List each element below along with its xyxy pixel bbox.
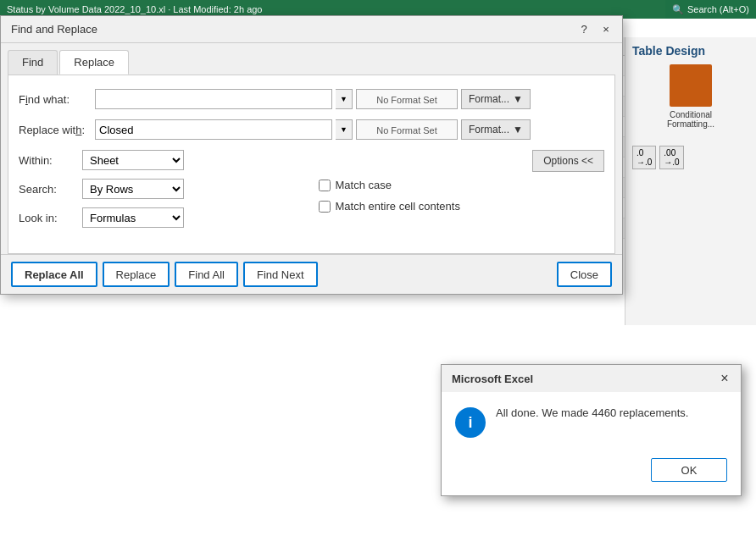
replace-with-label: Replace with: [19, 124, 95, 136]
within-label: Within: [19, 154, 82, 167]
search-select[interactable]: By Rows By Columns [82, 179, 184, 199]
match-case-row: Match case [319, 179, 605, 191]
find-what-label: Find what: [19, 93, 95, 106]
dialog-footer: Replace All Replace Find All Find Next C… [1, 254, 622, 294]
dialog-help-button[interactable]: ? [575, 20, 593, 39]
dialog-controls: ? × [575, 20, 615, 39]
replace-with-input[interactable] [95, 119, 332, 140]
replace-with-format-btn[interactable]: Format... ▼ [461, 119, 531, 140]
within-select[interactable]: Sheet Workbook [82, 150, 184, 170]
find-replace-tabs: Find Replace [1, 43, 622, 75]
replace-button[interactable]: Replace [103, 262, 170, 287]
excel-dialog-footer: OK [442, 451, 741, 495]
replace-all-button[interactable]: Replace All [11, 262, 97, 287]
dialog-close-button[interactable]: × [597, 20, 615, 39]
search-label: Search: [19, 183, 82, 196]
dialog-overlay: Find and Replace ? × Find Replace Find w… [0, 0, 756, 536]
left-options: Within: Sheet Workbook Search: By Rows B… [19, 150, 305, 236]
look-in-label: Look in: [19, 212, 82, 224]
find-what-input-group: ▼ No Format Set Format... ▼ [95, 89, 604, 109]
find-replace-dialog: Find and Replace ? × Find Replace Find w… [0, 15, 623, 295]
excel-dialog-body: i All done. We made 4460 replacements. [442, 392, 741, 451]
excel-dialog-titlebar: Microsoft Excel × [442, 365, 741, 392]
options-button[interactable]: Options << [532, 150, 604, 172]
find-replace-body: Find what: ▼ No Format Set Format... ▼ R… [8, 75, 615, 254]
info-icon: i [455, 407, 486, 438]
replace-with-row: Replace with: ▼ No Format Set Format... … [19, 119, 604, 140]
find-what-format-btn[interactable]: Format... ▼ [461, 89, 531, 109]
tab-find[interactable]: Find [8, 50, 58, 75]
within-row: Within: Sheet Workbook [19, 150, 305, 170]
ok-button[interactable]: OK [651, 458, 727, 482]
match-case-checkbox[interactable] [319, 180, 331, 191]
search-row: Search: By Rows By Columns [19, 179, 305, 199]
look-in-row: Look in: Formulas Values [19, 207, 305, 228]
match-entire-label[interactable]: Match entire cell contents [336, 200, 460, 213]
match-case-label[interactable]: Match case [336, 179, 392, 191]
find-what-input[interactable] [95, 89, 332, 109]
replace-with-format-label: Format... [469, 124, 509, 135]
find-next-button[interactable]: Find Next [243, 262, 318, 287]
find-all-button[interactable]: Find All [175, 262, 238, 287]
excel-dialog-close-button[interactable]: × [715, 369, 734, 388]
match-entire-row: Match entire cell contents [319, 200, 605, 213]
options-area: Within: Sheet Workbook Search: By Rows B… [19, 150, 604, 236]
find-what-no-format: No Format Set [356, 89, 458, 109]
close-dialog-button[interactable]: Close [557, 262, 612, 287]
tab-replace[interactable]: Replace [59, 50, 129, 75]
find-what-format-label: Format... [469, 93, 509, 105]
look-in-select[interactable]: Formulas Values [82, 207, 184, 228]
replace-with-input-group: ▼ No Format Set Format... ▼ [95, 119, 604, 140]
right-options: Options << Match case Match entire cell … [319, 150, 605, 236]
find-what-row: Find what: ▼ No Format Set Format... ▼ [19, 89, 604, 109]
find-replace-title: Find and Replace [11, 23, 97, 36]
find-replace-titlebar: Find and Replace ? × [1, 16, 622, 43]
find-what-format-dropdown-icon: ▼ [513, 93, 523, 105]
excel-dialog-title: Microsoft Excel [452, 373, 533, 385]
replace-with-format-dropdown-icon: ▼ [513, 124, 523, 135]
excel-dialog-message: All done. We made 4460 replacements. [496, 406, 724, 421]
replace-with-no-format: No Format Set [356, 119, 458, 140]
excel-dialog: Microsoft Excel × i All done. We made 44… [441, 364, 742, 496]
replace-with-dropdown[interactable]: ▼ [336, 119, 353, 140]
match-entire-checkbox[interactable] [319, 201, 331, 213]
find-what-dropdown[interactable]: ▼ [336, 89, 353, 109]
